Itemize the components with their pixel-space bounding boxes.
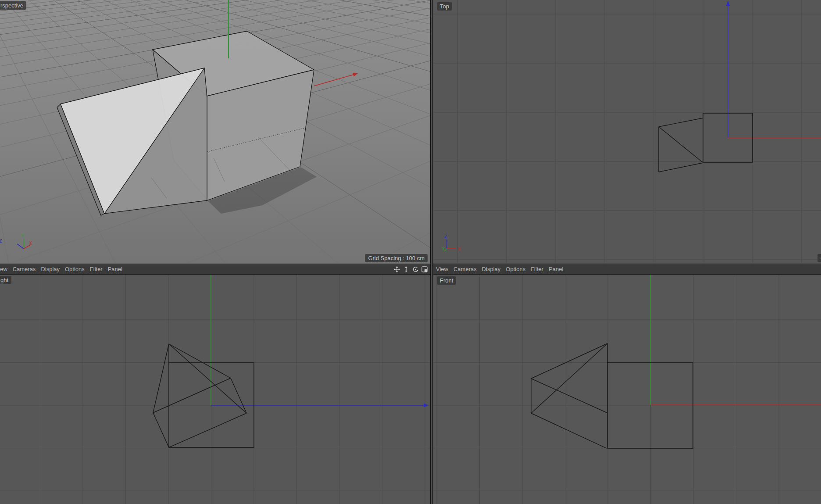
menubar-left-icons: [393, 266, 430, 273]
menu-item-options[interactable]: Options: [65, 266, 85, 272]
axis-gizmo-label: X: [458, 246, 461, 251]
axis-gizmo-label: Y: [442, 246, 445, 251]
menu-item-options[interactable]: Options: [506, 266, 525, 272]
menu-item-view[interactable]: View: [436, 266, 448, 272]
menu-item-filter[interactable]: Filter: [90, 266, 103, 272]
axis-gizmo-label: X: [29, 240, 32, 246]
menubar-right-viewport-bottom-left: ewCamerasDisplayOptionsFilterPanel: [0, 264, 430, 275]
viewport-top-canvas[interactable]: ZXY: [433, 0, 821, 264]
menu-item-panel[interactable]: Panel: [108, 266, 122, 272]
move-icon[interactable]: [393, 266, 400, 273]
axis-gizmo-label: Z: [0, 238, 2, 243]
menu-item-filter[interactable]: Filter: [531, 266, 543, 272]
menu-item-cameras[interactable]: Cameras: [13, 266, 36, 272]
menu-item-cameras[interactable]: Cameras: [453, 266, 477, 272]
viewport-perspective[interactable]: YZX rspective Grid Spacing : 100 cm: [0, 0, 430, 264]
viewport-front-canvas[interactable]: [433, 275, 821, 504]
viewport-quad-layout: YZX rspective Grid Spacing : 100 cm ZXY …: [0, 0, 821, 504]
menu-item-display[interactable]: Display: [41, 266, 60, 272]
viewport-splitter[interactable]: [430, 0, 433, 504]
maximize-icon[interactable]: [421, 266, 428, 273]
menu-item-panel[interactable]: Panel: [549, 266, 563, 272]
zoom-icon[interactable]: [403, 266, 410, 273]
grid-spacing-label-partial: G: [817, 254, 821, 262]
viewport-label-front: Front: [437, 276, 456, 285]
menubar-left-items: ewCamerasDisplayOptionsFilterPanel: [0, 266, 128, 272]
menubar-front-viewport-bottom-right: ViewCamerasDisplayOptionsFilterPanel: [433, 264, 821, 275]
menu-item-display[interactable]: Display: [482, 266, 501, 272]
viewport-label-right: ght: [0, 276, 11, 284]
viewport-label-perspective: rspective: [0, 1, 26, 10]
axis-gizmo-label: Z: [444, 234, 447, 239]
menu-item-ew[interactable]: ew: [0, 266, 7, 272]
viewport-front[interactable]: Front: [433, 275, 821, 504]
grid-spacing-label: Grid Spacing : 100 cm: [365, 254, 428, 262]
viewport-label-top: Top: [437, 2, 452, 11]
axis-gizmo-label: Y: [21, 233, 25, 239]
viewport-perspective-canvas[interactable]: YZX: [0, 0, 430, 264]
viewport-right-canvas[interactable]: [0, 275, 430, 504]
menubar-right-items: ViewCamerasDisplayOptionsFilterPanel: [436, 266, 568, 272]
rotate-icon[interactable]: [412, 266, 419, 273]
viewport-right[interactable]: ght: [0, 275, 430, 504]
viewport-top[interactable]: ZXY Top G: [433, 0, 821, 264]
